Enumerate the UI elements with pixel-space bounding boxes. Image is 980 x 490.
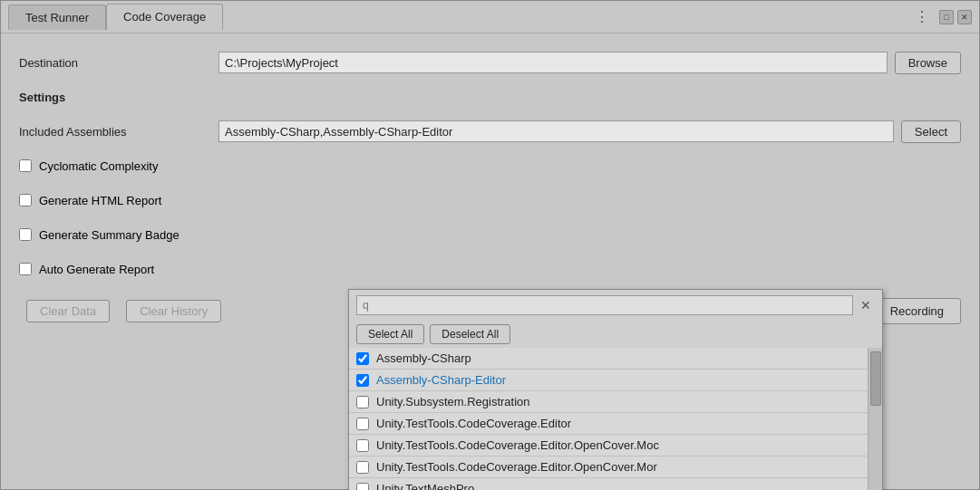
- cyclomatic-complexity-checkbox-row: Cyclomatic Complexity: [19, 159, 218, 173]
- auto-generate-report-label: Auto Generate Report: [39, 263, 154, 276]
- dropdown-actions: Select All Deselect All: [349, 321, 882, 348]
- destination-label: Destination: [19, 56, 218, 70]
- dropdown-list-item[interactable]: Unity.TextMeshPro: [349, 478, 868, 490]
- scrollbar[interactable]: [868, 348, 882, 490]
- browse-button[interactable]: Browse: [895, 52, 961, 74]
- close-button[interactable]: ✕: [957, 10, 972, 24]
- generate-html-report-checkbox[interactable]: [19, 194, 32, 207]
- scrollbar-thumb[interactable]: [870, 351, 881, 406]
- destination-input[interactable]: [218, 52, 888, 73]
- dropdown-list-item[interactable]: Assembly-CSharp-Editor: [349, 370, 868, 391]
- deselect-all-button[interactable]: Deselect All: [430, 324, 510, 344]
- tab-test-runner[interactable]: Test Runner: [8, 5, 106, 30]
- dropdown-item-checkbox[interactable]: [356, 374, 369, 387]
- main-content: Destination Browse Settings Included Ass…: [1, 34, 979, 489]
- dropdown-list[interactable]: Assembly-CSharpAssembly-CSharp-EditorUni…: [349, 348, 868, 490]
- dropdown-list-item[interactable]: Unity.TestTools.CodeCoverage.Editor.Open…: [349, 435, 868, 456]
- cyclomatic-complexity-checkbox[interactable]: [19, 159, 32, 172]
- dropdown-list-container: Assembly-CSharpAssembly-CSharp-EditorUni…: [349, 348, 882, 490]
- recording-button[interactable]: Recording: [873, 298, 961, 324]
- dropdown-list-item[interactable]: Unity.TestTools.CodeCoverage.Editor: [349, 413, 868, 435]
- tab-code-coverage[interactable]: Code Coverage: [106, 4, 223, 31]
- dropdown-item-checkbox[interactable]: [356, 483, 369, 491]
- dropdown-item-checkbox[interactable]: [356, 439, 369, 452]
- generate-summary-badge-checkbox[interactable]: [19, 228, 32, 241]
- dropdown-item-label: Unity.TestTools.CodeCoverage.Editor.Open…: [376, 460, 657, 474]
- dropdown-item-checkbox[interactable]: [356, 418, 369, 430]
- title-bar-controls: ⋮ □ ✕: [915, 8, 972, 25]
- dropdown-item-label: Assembly-CSharp: [376, 351, 471, 365]
- menu-dots-icon[interactable]: ⋮: [915, 8, 930, 25]
- dropdown-item-checkbox[interactable]: [356, 352, 369, 365]
- included-assemblies-label: Included Assemblies: [19, 125, 218, 139]
- clear-history-button[interactable]: Clear History: [126, 300, 221, 322]
- auto-generate-report-checkbox-row: Auto Generate Report: [19, 263, 218, 276]
- destination-row: Destination Browse: [19, 50, 961, 75]
- cyclomatic-complexity-label: Cyclomatic Complexity: [39, 159, 158, 173]
- dropdown-list-item[interactable]: Unity.Subsystem.Registration: [349, 391, 868, 413]
- restore-button[interactable]: □: [939, 10, 954, 24]
- restore-icon: □: [944, 13, 948, 22]
- generate-html-report-row: Generate HTML Report: [19, 187, 961, 213]
- cyclomatic-complexity-row: Cyclomatic Complexity: [19, 153, 961, 178]
- dropdown-list-item[interactable]: Assembly-CSharp: [349, 348, 868, 370]
- clear-data-button[interactable]: Clear Data: [26, 300, 110, 322]
- dropdown-item-label: Assembly-CSharp-Editor: [376, 373, 506, 387]
- assemblies-dropdown: ✕ Select All Deselect All Assembly-CShar…: [348, 289, 883, 490]
- main-window: Test Runner Code Coverage ⋮ □ ✕ Destinat…: [0, 0, 980, 490]
- dropdown-clear-button[interactable]: ✕: [857, 298, 875, 312]
- title-bar: Test Runner Code Coverage ⋮ □ ✕: [1, 1, 979, 34]
- dropdown-item-checkbox[interactable]: [356, 396, 369, 408]
- select-button[interactable]: Select: [901, 120, 961, 143]
- auto-generate-report-checkbox[interactable]: [19, 263, 32, 275]
- dropdown-item-label: Unity.TextMeshPro: [376, 482, 474, 490]
- dropdown-item-label: Unity.Subsystem.Registration: [376, 395, 530, 408]
- settings-row: Settings: [19, 84, 961, 110]
- generate-summary-badge-row: Generate Summary Badge: [19, 222, 961, 247]
- select-all-button[interactable]: Select All: [356, 324, 424, 344]
- dropdown-item-checkbox[interactable]: [356, 461, 369, 474]
- dropdown-item-label: Unity.TestTools.CodeCoverage.Editor.Open…: [376, 438, 659, 452]
- included-assemblies-input[interactable]: [218, 120, 894, 142]
- dropdown-item-label: Unity.TestTools.CodeCoverage.Editor: [376, 417, 571, 430]
- dropdown-search-row: ✕: [349, 290, 882, 321]
- dropdown-search-input[interactable]: [356, 295, 853, 315]
- close-icon: ✕: [961, 13, 968, 22]
- auto-generate-report-row: Auto Generate Report: [19, 256, 961, 282]
- generate-summary-badge-checkbox-row: Generate Summary Badge: [19, 228, 218, 242]
- settings-label: Settings: [19, 91, 218, 104]
- dropdown-list-item[interactable]: Unity.TestTools.CodeCoverage.Editor.Open…: [349, 456, 868, 478]
- generate-html-report-label: Generate HTML Report: [39, 194, 161, 207]
- generate-summary-badge-label: Generate Summary Badge: [39, 228, 180, 242]
- generate-html-report-checkbox-row: Generate HTML Report: [19, 194, 218, 207]
- included-assemblies-row: Included Assemblies Select ✕ Select All …: [19, 119, 961, 144]
